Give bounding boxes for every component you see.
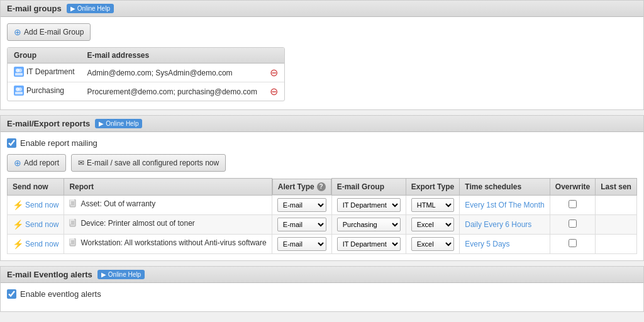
group-col-header: Group: [8, 48, 80, 64]
overwrite-header: Overwrite: [550, 179, 595, 196]
eventlog-section: E-mail Eventlog alerts ▶ Online Help Ena…: [0, 266, 644, 312]
group-table-row: Purchasing Procurement@demo.com; purchas…: [8, 82, 284, 101]
add-email-group-button[interactable]: ⊕ Add E-mail Group: [7, 23, 91, 41]
alert-type-select[interactable]: E-mailSaveBoth: [277, 218, 326, 231]
group-name-cell: Purchasing: [8, 82, 80, 101]
email-groups-help[interactable]: ▶ Online Help: [67, 4, 114, 13]
alert-type-cell[interactable]: E-mailSaveBoth: [272, 214, 331, 234]
remove-group-button[interactable]: ⊖: [270, 87, 278, 97]
schedule-link[interactable]: Every 1st Of The Month: [465, 201, 545, 209]
report-name-cell: Device: Printer almost out of toner: [64, 214, 272, 234]
overwrite-cell[interactable]: [550, 195, 595, 214]
email-export-header: E-mail/Export reports ▶ Online Help: [1, 116, 643, 132]
report-buttons-row: ⊕ Add report ✉ E-mail / save all configu…: [7, 154, 637, 172]
last-sent-cell: [596, 214, 637, 234]
send-now-text: Send now: [25, 240, 58, 248]
remove-cell[interactable]: ⊖: [264, 64, 284, 82]
schedule-link[interactable]: Every 5 Days: [465, 240, 509, 248]
last-sent-cell: [596, 195, 637, 214]
alert-type-select[interactable]: E-mailSaveBoth: [277, 198, 326, 212]
email-export-body: Enable report mailing ⊕ Add report ✉ E-m…: [1, 132, 643, 260]
email-group-select[interactable]: IT DepartmentPurchasing: [337, 218, 401, 231]
report-header: Report: [64, 179, 272, 196]
export-type-select[interactable]: HTMLExcelPDF: [411, 237, 455, 251]
alert-type-help-icon[interactable]: ?: [317, 182, 326, 191]
email-group-select[interactable]: IT DepartmentPurchasing: [337, 237, 401, 251]
plus-icon: ⊕: [14, 27, 21, 37]
send-now-link[interactable]: ⚡ Send now: [13, 239, 58, 249]
send-now-header: Send now: [8, 179, 64, 196]
report-doc-icon: [69, 238, 78, 247]
group-icon: [14, 86, 24, 96]
send-now-cell: ⚡ Send now: [8, 234, 64, 253]
arrow-icon3: ▶: [101, 271, 106, 278]
table-row: ⚡ Send now Device: Printer almost out of…: [8, 214, 637, 234]
send-now-link[interactable]: ⚡ Send now: [13, 200, 58, 210]
export-type-cell[interactable]: HTMLExcelPDF: [406, 195, 460, 214]
report-name-cell: Workstation: All workstations without An…: [64, 234, 272, 253]
eventlog-title: E-mail Eventlog alerts: [7, 270, 92, 279]
last-sent-cell: [596, 234, 637, 253]
email-group-cell[interactable]: IT DepartmentPurchasing: [331, 214, 406, 234]
email-save-button[interactable]: ✉ E-mail / save all configured reports n…: [71, 154, 226, 172]
remove-cell[interactable]: ⊖: [264, 82, 284, 101]
send-now-cell: ⚡ Send now: [8, 214, 64, 234]
svg-point-2: [18, 69, 22, 72]
schedule-cell: Every 1st Of The Month: [460, 195, 550, 214]
enable-eventlog-checkbox[interactable]: [7, 289, 16, 299]
email-groups-title: E-mail groups: [7, 4, 62, 13]
overwrite-cell[interactable]: [550, 214, 595, 234]
email-group-select[interactable]: IT DepartmentPurchasing: [337, 198, 401, 212]
email-export-section: E-mail/Export reports ▶ Online Help Enab…: [0, 115, 644, 261]
send-now-text: Send now: [25, 220, 58, 229]
send-now-cell: ⚡ Send now: [8, 195, 64, 214]
eventlog-help[interactable]: ▶ Online Help: [97, 270, 145, 279]
group-icon: [14, 67, 24, 77]
alert-type-cell[interactable]: E-mailSaveBoth: [272, 234, 331, 253]
schedule-link[interactable]: Daily Every 6 Hours: [465, 220, 531, 229]
group-table: Group E-mail addresses IT Department: [7, 47, 285, 101]
email-export-help[interactable]: ▶ Online Help: [95, 119, 142, 128]
email-addresses-cell: Admin@demo.com; SysAdmin@demo.com: [80, 64, 263, 82]
overwrite-checkbox[interactable]: [569, 239, 577, 247]
last-sent-header: Last sen: [596, 179, 637, 196]
schedule-cell: Every 5 Days: [460, 234, 550, 253]
email-addresses-cell: Procurement@demo.com; purchasing@demo.co…: [80, 82, 263, 101]
email-export-title: E-mail/Export reports: [7, 119, 90, 128]
email-group-cell[interactable]: IT DepartmentPurchasing: [331, 195, 406, 214]
email-groups-section: E-mail groups ▶ Online Help ⊕ Add E-mail…: [0, 0, 644, 110]
lightning-icon: ⚡: [13, 219, 23, 230]
email-groups-header: E-mail groups ▶ Online Help: [1, 1, 643, 17]
export-type-cell[interactable]: HTMLExcelPDF: [406, 234, 460, 253]
send-now-text: Send now: [25, 201, 58, 209]
svg-rect-7: [15, 92, 23, 94]
lightning-icon: ⚡: [13, 239, 23, 249]
export-type-select[interactable]: HTMLExcelPDF: [411, 198, 455, 212]
overwrite-checkbox[interactable]: [569, 219, 577, 228]
enable-eventlog-row: Enable eventlog alerts: [7, 289, 637, 299]
svg-point-6: [18, 87, 22, 91]
group-table-row: IT Department Admin@demo.com; SysAdmin@d…: [8, 64, 284, 82]
table-row: ⚡ Send now Workstation: All workstations…: [8, 234, 637, 253]
alert-type-select[interactable]: E-mailSaveBoth: [277, 237, 326, 251]
email-groups-body: ⊕ Add E-mail Group Group E-mail addresse…: [1, 17, 643, 109]
time-schedules-header: Time schedules: [460, 179, 550, 196]
eventlog-header: E-mail Eventlog alerts ▶ Online Help: [1, 267, 643, 283]
action-col-header: [264, 48, 284, 64]
table-row: ⚡ Send now Asset: Out of warranty E-mail…: [8, 195, 637, 214]
overwrite-cell[interactable]: [550, 234, 595, 253]
plus-icon2: ⊕: [14, 158, 21, 168]
enable-eventlog-label: Enable eventlog alerts: [20, 289, 101, 299]
arrow-icon: ▶: [70, 5, 75, 12]
alert-type-cell[interactable]: E-mailSaveBoth: [272, 195, 331, 214]
enable-mailing-label: Enable report mailing: [20, 138, 97, 148]
enable-mailing-checkbox[interactable]: [7, 138, 16, 148]
remove-group-button[interactable]: ⊖: [270, 68, 278, 78]
add-report-button[interactable]: ⊕ Add report: [7, 154, 66, 172]
email-col-header: E-mail addresses: [80, 48, 263, 64]
send-now-link[interactable]: ⚡ Send now: [13, 219, 58, 230]
overwrite-checkbox[interactable]: [569, 200, 577, 208]
export-type-cell[interactable]: HTMLExcelPDF: [406, 214, 460, 234]
email-group-cell[interactable]: IT DepartmentPurchasing: [331, 234, 406, 253]
export-type-select[interactable]: HTMLExcelPDF: [411, 218, 455, 231]
